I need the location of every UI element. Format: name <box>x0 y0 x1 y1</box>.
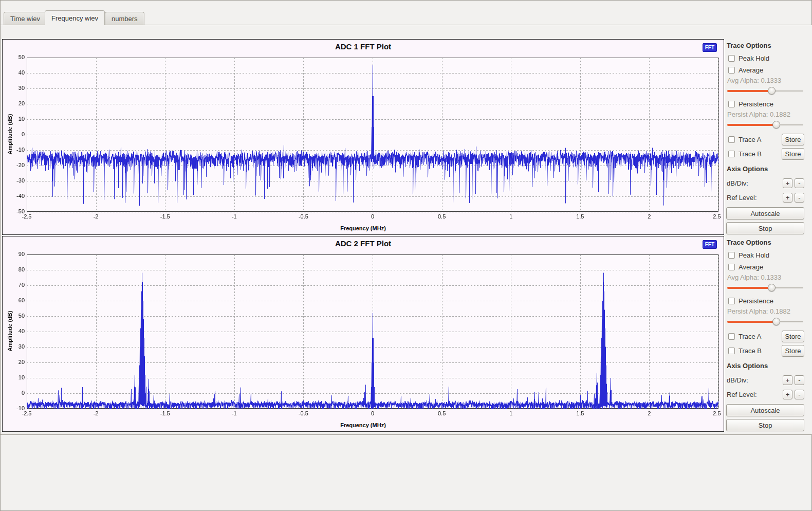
adc2-fft-canvas[interactable] <box>3 249 724 421</box>
axis-options-title: Axis Options <box>727 362 804 371</box>
db-div-label: dB/Div: <box>727 179 748 187</box>
frequency-view-page: ADC 1 FFT Plot FFT Frequency (MHz) Ampli… <box>1 25 812 435</box>
persistence-row: Persistence <box>728 295 804 307</box>
adc2-y-axis-label: Amplitude (dB) <box>7 254 13 408</box>
adc1-x-axis-label: Frequency (MHz) <box>3 225 724 231</box>
trace-b-store-button[interactable]: Store <box>782 345 804 357</box>
trace-b-row: Trace B Store <box>728 147 804 161</box>
fft-badge: FFT <box>703 240 717 249</box>
peak-hold-row: Peak Hold <box>728 249 804 261</box>
adc1-fft-canvas[interactable] <box>3 52 724 224</box>
db-div-decrease-button[interactable]: - <box>795 375 804 385</box>
ref-level-decrease-button[interactable]: - <box>795 390 804 399</box>
persistence-checkbox[interactable] <box>728 298 735 304</box>
fft-badge: FFT <box>703 43 717 52</box>
avg-alpha-label: Avg Alpha: 0.1333 <box>727 77 804 86</box>
adc2-fft-panel: ADC 2 FFT Plot FFT Frequency (MHz) Ampli… <box>2 236 724 432</box>
trace-a-checkbox[interactable] <box>728 136 735 143</box>
avg-alpha-slider-handle[interactable] <box>768 284 776 291</box>
trace-b-label: Trace B <box>739 150 762 158</box>
trace-a-label: Trace A <box>739 136 761 143</box>
tab-numbers[interactable]: numbers <box>105 12 144 25</box>
ref-level-row: Ref Level: + - <box>727 190 804 205</box>
slider-fill <box>727 90 771 92</box>
ref-level-row: Ref Level: + - <box>727 387 804 402</box>
tab-time-view[interactable]: Time wiev <box>4 12 47 25</box>
average-label: Average <box>739 66 763 74</box>
trace-b-label: Trace B <box>739 347 762 355</box>
stop-button[interactable]: Stop <box>726 419 804 431</box>
trace-b-checkbox[interactable] <box>728 151 735 157</box>
db-div-label: dB/Div: <box>727 376 748 384</box>
slider-fill <box>727 124 776 126</box>
slider-fill <box>727 321 776 323</box>
average-checkbox[interactable] <box>728 264 735 270</box>
ref-level-increase-button[interactable]: + <box>783 193 792 203</box>
trace-b-checkbox[interactable] <box>728 348 735 354</box>
trace-b-store-button[interactable]: Store <box>782 148 804 160</box>
peak-hold-label: Peak Hold <box>739 54 769 62</box>
trace-a-store-button[interactable]: Store <box>782 134 804 145</box>
avg-alpha-label: Avg Alpha: 0.1333 <box>727 273 804 283</box>
trace-a-checkbox[interactable] <box>728 333 735 340</box>
trace-a-store-button[interactable]: Store <box>782 331 804 342</box>
peak-hold-label: Peak Hold <box>739 251 769 259</box>
persistence-label: Persistence <box>739 100 773 108</box>
db-div-increase-button[interactable]: + <box>783 178 792 188</box>
persistence-label: Persistence <box>739 297 773 305</box>
autoscale-button[interactable]: Autoscale <box>726 404 804 416</box>
trace-options-title: Trace Options <box>727 239 804 247</box>
db-div-row: dB/Div: + - <box>727 373 804 387</box>
ref-level-decrease-button[interactable]: - <box>795 193 804 203</box>
peak-hold-checkbox[interactable] <box>728 252 735 259</box>
trace-a-label: Trace A <box>739 333 761 340</box>
average-label: Average <box>739 263 763 271</box>
adc2-control-panel: Trace Options Peak Hold Average Avg Alph… <box>726 239 804 431</box>
tab-time-view-label: Time wiev <box>10 15 40 23</box>
persist-alpha-slider[interactable] <box>727 121 803 129</box>
tab-frequency-view[interactable]: Frequency wiev <box>45 10 105 25</box>
axis-options-title: Axis Options <box>727 165 804 174</box>
persist-alpha-label: Persist Alpha: 0.1882 <box>727 111 804 120</box>
db-div-decrease-button[interactable]: - <box>795 178 804 188</box>
db-div-increase-button[interactable]: + <box>783 375 792 385</box>
peak-hold-checkbox[interactable] <box>728 55 735 62</box>
average-row: Average <box>728 64 804 76</box>
trace-options-title: Trace Options <box>727 42 804 50</box>
slider-fill <box>727 287 771 289</box>
adc2-x-axis-label: Frequency (MHz) <box>3 422 724 428</box>
average-checkbox[interactable] <box>728 67 735 74</box>
average-row: Average <box>728 261 804 273</box>
adc1-control-panel: Trace Options Peak Hold Average Avg Alph… <box>726 42 804 234</box>
app-window: Time wiev Frequency wiev numbers ADC 1 F… <box>0 0 812 511</box>
trace-a-row: Trace A Store <box>728 132 804 147</box>
avg-alpha-slider[interactable] <box>727 87 803 95</box>
adc2-plot-title: ADC 2 FFT Plot <box>3 239 724 248</box>
tab-frequency-view-label: Frequency wiev <box>51 14 98 22</box>
ref-level-label: Ref Level: <box>727 391 757 398</box>
persist-alpha-label: Persist Alpha: 0.1882 <box>727 307 804 317</box>
persist-alpha-slider-handle[interactable] <box>772 318 780 325</box>
persistence-row: Persistence <box>728 98 804 110</box>
tab-numbers-label: numbers <box>112 15 138 23</box>
persistence-checkbox[interactable] <box>728 101 735 107</box>
trace-a-row: Trace A Store <box>728 329 804 343</box>
adc1-plot-title: ADC 1 FFT Plot <box>3 42 724 51</box>
trace-b-row: Trace B Store <box>728 343 804 358</box>
persist-alpha-slider-handle[interactable] <box>772 121 780 129</box>
avg-alpha-slider-handle[interactable] <box>768 87 776 95</box>
peak-hold-row: Peak Hold <box>728 52 804 64</box>
ref-level-label: Ref Level: <box>727 194 757 202</box>
ref-level-increase-button[interactable]: + <box>783 390 792 399</box>
adc1-y-axis-label: Amplitude (dB) <box>7 57 13 211</box>
stop-button[interactable]: Stop <box>726 222 804 234</box>
autoscale-button[interactable]: Autoscale <box>726 207 804 220</box>
avg-alpha-slider[interactable] <box>727 284 803 292</box>
adc1-fft-panel: ADC 1 FFT Plot FFT Frequency (MHz) Ampli… <box>2 39 724 235</box>
persist-alpha-slider[interactable] <box>727 318 803 326</box>
db-div-row: dB/Div: + - <box>727 176 804 190</box>
